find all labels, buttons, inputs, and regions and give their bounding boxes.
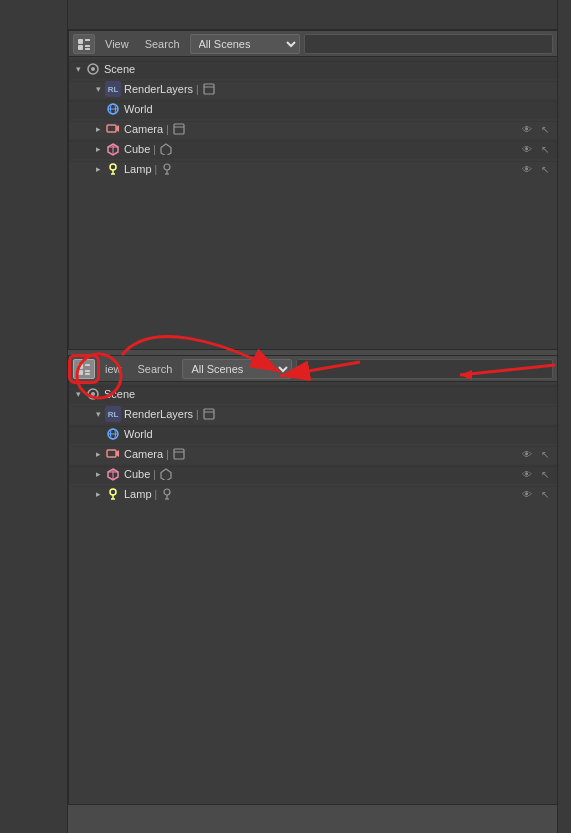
cursor-icon[interactable]: ↖ [537, 121, 553, 137]
separator: | [155, 489, 158, 500]
separator: | [196, 84, 199, 95]
left-panel [0, 0, 68, 833]
eye-icon[interactable]: 👁 [519, 446, 535, 462]
world-label: World [124, 103, 153, 115]
top-search-input[interactable] [304, 34, 553, 54]
top-outliner-icon-btn[interactable] [73, 34, 95, 54]
world-label: World [124, 428, 153, 440]
separator: | [155, 164, 158, 175]
camera-label: Camera [124, 448, 163, 460]
expand-arrow: ▾ [93, 409, 103, 419]
cursor-icon[interactable]: ↖ [537, 466, 553, 482]
svg-rect-26 [78, 364, 83, 369]
bottom-search-input[interactable] [296, 359, 553, 379]
svg-marker-19 [161, 144, 171, 155]
svg-point-46 [110, 489, 116, 495]
top-scenes-dropdown[interactable]: All Scenes [190, 34, 300, 54]
cursor-icon[interactable]: ↖ [537, 446, 553, 462]
renderlayer-action-icon[interactable] [202, 82, 216, 96]
svg-rect-3 [85, 45, 90, 47]
tree-row[interactable]: ▾ Scene [69, 59, 557, 79]
camera-action-icon[interactable] [172, 447, 186, 461]
expand-arrow: ▸ [93, 124, 103, 134]
tree-row[interactable]: ▾ RL RenderLayers | [69, 404, 557, 424]
renderlayer-label: RenderLayers [124, 83, 193, 95]
cube-icon [105, 141, 121, 157]
separator: | [153, 469, 156, 480]
cube-right-icons: 👁 ↖ [519, 141, 553, 157]
renderlayer-label: RenderLayers [124, 408, 193, 420]
separator: | [166, 124, 169, 135]
eye-icon[interactable]: 👁 [519, 486, 535, 502]
svg-point-23 [164, 164, 170, 170]
lamp-label: Lamp [124, 163, 152, 175]
eye-icon[interactable]: 👁 [519, 121, 535, 137]
svg-point-6 [91, 67, 95, 71]
lamp-action-icon[interactable] [160, 487, 174, 501]
lamp-right-icons: 👁 ↖ [519, 486, 553, 502]
tree-row[interactable]: World [69, 99, 557, 119]
tree-row[interactable]: ▸ Lamp | 👁 ↖ [69, 159, 557, 179]
camera-icon [105, 446, 121, 462]
top-header-bar: View Search All Scenes [69, 31, 557, 57]
lamp-action-icon[interactable] [160, 162, 174, 176]
tree-row[interactable]: ▸ Camera | 👁 ↖ [69, 444, 557, 464]
bottom-view-menu[interactable]: iew [99, 359, 128, 379]
cursor-icon[interactable]: ↖ [537, 141, 553, 157]
svg-rect-14 [174, 124, 184, 134]
renderlayer-icon: RL [105, 406, 121, 422]
expand-arrow: ▸ [93, 489, 103, 499]
camera-action-icon[interactable] [172, 122, 186, 136]
cursor-icon[interactable]: ↖ [537, 486, 553, 502]
svg-rect-30 [85, 373, 90, 375]
expand-arrow: ▸ [93, 164, 103, 174]
camera-right-icons: 👁 ↖ [519, 121, 553, 137]
svg-rect-2 [78, 45, 83, 50]
top-view-menu[interactable]: View [99, 34, 135, 54]
cube-label: Cube [124, 143, 150, 155]
bottom-outliner-icon-btn[interactable] [73, 359, 95, 379]
expand-arrow: ▾ [73, 64, 83, 74]
svg-rect-40 [174, 449, 184, 459]
svg-rect-27 [85, 364, 90, 366]
expand-arrow: ▸ [93, 144, 103, 154]
bottom-scenes-dropdown[interactable]: All Scenes [182, 359, 292, 379]
renderlayer-action-icon[interactable] [202, 407, 216, 421]
svg-rect-38 [107, 450, 116, 457]
bottom-search-menu[interactable]: Search [132, 359, 179, 379]
cursor-icon[interactable]: ↖ [537, 161, 553, 177]
tree-row[interactable]: ▾ RL RenderLayers | [69, 79, 557, 99]
tree-row[interactable]: ▾ Scene [69, 384, 557, 404]
expand-arrow: ▾ [73, 389, 83, 399]
tree-row[interactable]: ▸ Lamp | 👁 ↖ [69, 484, 557, 504]
svg-rect-28 [78, 370, 83, 375]
expand-arrow: ▸ [93, 449, 103, 459]
cube-action-icon[interactable] [159, 142, 173, 156]
top-tree-content: ▾ Scene ▾ RL RenderLayers | [69, 57, 557, 181]
tree-row[interactable]: ▸ Cube | 👁 ↖ [69, 139, 557, 159]
cube-label: Cube [124, 468, 150, 480]
tree-row[interactable]: World [69, 424, 557, 444]
svg-point-20 [110, 164, 116, 170]
tree-row[interactable]: ▸ Cube | 👁 ↖ [69, 464, 557, 484]
world-icon [105, 426, 121, 442]
eye-icon[interactable]: 👁 [519, 161, 535, 177]
svg-rect-29 [85, 370, 90, 372]
svg-point-32 [91, 392, 95, 396]
separator: | [166, 449, 169, 460]
svg-rect-7 [204, 84, 214, 94]
camera-label: Camera [124, 123, 163, 135]
svg-point-49 [164, 489, 170, 495]
tree-row[interactable]: ▸ Camera | 👁 ↖ [69, 119, 557, 139]
top-bar [0, 0, 571, 30]
expand-arrow: ▸ [93, 469, 103, 479]
outliner-top: View Search All Scenes ▾ Scene ▾ RL Rend… [68, 30, 558, 350]
bottom-tree-content: ▾ Scene ▾ RL RenderLayers | [69, 382, 557, 506]
top-search-menu[interactable]: Search [139, 34, 186, 54]
scene-label: Scene [104, 388, 135, 400]
cube-action-icon[interactable] [159, 467, 173, 481]
eye-icon[interactable]: 👁 [519, 141, 535, 157]
eye-icon[interactable]: 👁 [519, 466, 535, 482]
cube-icon [105, 466, 121, 482]
bottom-header-bar: iew Search All Scenes [69, 356, 557, 382]
